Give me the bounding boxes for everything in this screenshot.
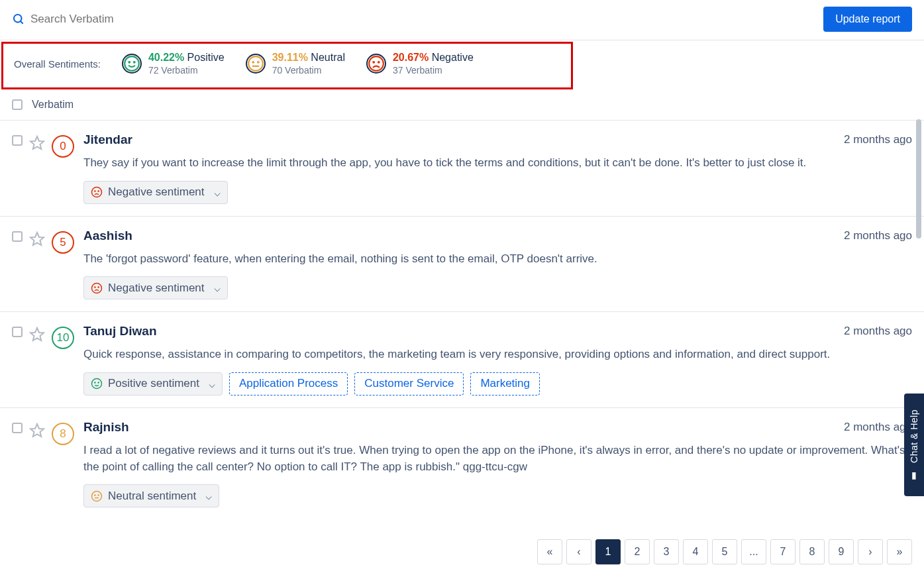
page-number-button[interactable]: 2	[625, 539, 650, 564]
svg-point-25	[92, 491, 102, 501]
svg-point-15	[98, 191, 99, 191]
search-wrapper	[12, 13, 823, 26]
pagination: « ‹ 1 2 3 4 5 ... 7 8 9 › »	[537, 539, 912, 564]
page-first-button[interactable]: «	[537, 539, 562, 564]
sentiment-label: Neutral sentiment	[108, 490, 196, 503]
topic-tag[interactable]: Marketing	[470, 372, 540, 395]
star-icon[interactable]	[29, 231, 45, 247]
neutral-pct: 39.11%	[272, 52, 308, 63]
review-text: They say if you want to increase the lim…	[83, 155, 912, 172]
frown-icon	[366, 54, 386, 74]
frown-icon	[91, 186, 103, 198]
smile-icon	[122, 54, 142, 74]
sentiment-dropdown[interactable]: Negative sentiment ⌵	[83, 181, 228, 204]
review-row: 10 Tanuj Diwan2 months ago Quick respons…	[0, 312, 924, 408]
svg-marker-16	[30, 233, 44, 245]
topic-tag[interactable]: Application Process	[229, 372, 348, 395]
topic-tag[interactable]: Customer Service	[354, 372, 464, 395]
svg-point-6	[252, 62, 254, 63]
svg-point-21	[92, 379, 102, 389]
row-checkbox[interactable]	[12, 327, 23, 337]
sentiment-dropdown[interactable]: Negative sentiment ⌵	[83, 276, 228, 299]
svg-point-22	[95, 382, 95, 383]
negative-pct: 20.67%	[393, 52, 429, 63]
sentiment-neutral: 39.11% Neutral 70 Verbatim	[246, 52, 345, 76]
svg-marker-24	[30, 424, 44, 437]
score-badge: 10	[52, 327, 74, 349]
author-name: Rajnish	[83, 420, 129, 435]
svg-marker-12	[30, 136, 44, 149]
chat-icon: ▮	[911, 470, 917, 480]
search-icon	[12, 13, 25, 26]
review-row: 0 Jitendar2 months ago They say if you w…	[0, 121, 924, 217]
page-number-button[interactable]: 3	[654, 539, 679, 564]
overall-sentiments-bar: Overall Sentiments: 40.22% Positive 72 V…	[1, 42, 573, 89]
positive-label: Positive	[187, 52, 225, 63]
star-icon[interactable]	[29, 135, 45, 151]
sentiment-dropdown[interactable]: Neutral sentiment ⌵	[83, 484, 219, 507]
update-report-button[interactable]: Update report	[823, 7, 912, 32]
neutral-label: Neutral	[311, 52, 345, 63]
sentiment-label: Negative sentiment	[108, 282, 205, 295]
svg-point-26	[95, 495, 95, 496]
author-name: Tanuj Diwan	[83, 324, 156, 339]
chat-help-tab[interactable]: Chat & Help ▮	[904, 394, 924, 496]
author-name: Aashish	[83, 229, 132, 243]
sentiments-label: Overall Sentiments:	[14, 58, 101, 70]
svg-marker-20	[30, 328, 44, 341]
svg-point-14	[95, 191, 95, 191]
chat-help-label: Chat & Help	[909, 409, 919, 463]
page-last-button[interactable]: »	[887, 539, 912, 564]
review-text: I read a lot of negative reviews and it …	[83, 443, 912, 475]
svg-point-9	[369, 56, 384, 71]
page-prev-button[interactable]: ‹	[566, 539, 591, 564]
select-all-checkbox[interactable]	[12, 99, 23, 110]
neutral-sub: 70 Verbatim	[272, 65, 345, 76]
page-number-button[interactable]: 9	[829, 539, 854, 564]
chevron-down-icon: ⌵	[209, 377, 215, 391]
row-checkbox[interactable]	[12, 231, 23, 242]
author-name: Jitendar	[83, 132, 132, 147]
page-number-button[interactable]: 7	[770, 539, 796, 564]
svg-point-13	[92, 187, 102, 197]
scrollbar-thumb[interactable]	[916, 119, 921, 238]
score-badge: 0	[52, 135, 74, 158]
chevron-down-icon: ⌵	[214, 185, 221, 199]
negative-sub: 37 Verbatim	[393, 65, 474, 76]
svg-point-23	[98, 382, 99, 383]
svg-point-27	[98, 495, 99, 496]
positive-pct: 40.22%	[148, 52, 184, 63]
sentiment-negative: 20.67% Negative 37 Verbatim	[366, 52, 474, 76]
page-next-button[interactable]: ›	[858, 539, 883, 564]
chevron-down-icon: ⌵	[205, 489, 212, 503]
review-row: 5 Aashish2 months ago The 'forgot passwo…	[0, 217, 924, 313]
svg-line-1	[21, 21, 23, 24]
svg-point-18	[95, 287, 95, 288]
page-number-button[interactable]: 5	[712, 539, 737, 564]
sentiment-positive: 40.22% Positive 72 Verbatim	[122, 52, 225, 76]
review-list: 0 Jitendar2 months ago They say if you w…	[0, 121, 924, 518]
page-number-button[interactable]: 4	[683, 539, 708, 564]
star-icon[interactable]	[29, 327, 45, 342]
negative-label: Negative	[432, 52, 474, 63]
review-text: Quick response, assistance in comparing …	[83, 346, 912, 363]
positive-sub: 72 Verbatim	[148, 65, 225, 76]
page-number-button[interactable]: 1	[595, 539, 621, 564]
smile-icon	[91, 378, 103, 390]
time-ago: 2 months ago	[844, 229, 912, 242]
star-icon[interactable]	[29, 423, 45, 439]
search-input[interactable]	[30, 13, 229, 26]
row-checkbox[interactable]	[12, 423, 23, 433]
sentiment-label: Negative sentiment	[108, 185, 205, 199]
neutral-face-icon	[246, 54, 266, 74]
verbatim-column-header: Verbatim	[32, 99, 74, 111]
svg-point-4	[134, 62, 135, 63]
list-header: Verbatim	[0, 89, 924, 121]
sentiment-dropdown[interactable]: Positive sentiment ⌵	[83, 372, 223, 395]
sentiment-label: Positive sentiment	[108, 377, 199, 390]
neutral-face-icon	[91, 490, 103, 502]
page-number-button[interactable]: 8	[799, 539, 825, 564]
svg-point-17	[92, 283, 102, 293]
review-text: The 'forgot password' feature, when ente…	[83, 251, 912, 268]
row-checkbox[interactable]	[12, 135, 23, 146]
